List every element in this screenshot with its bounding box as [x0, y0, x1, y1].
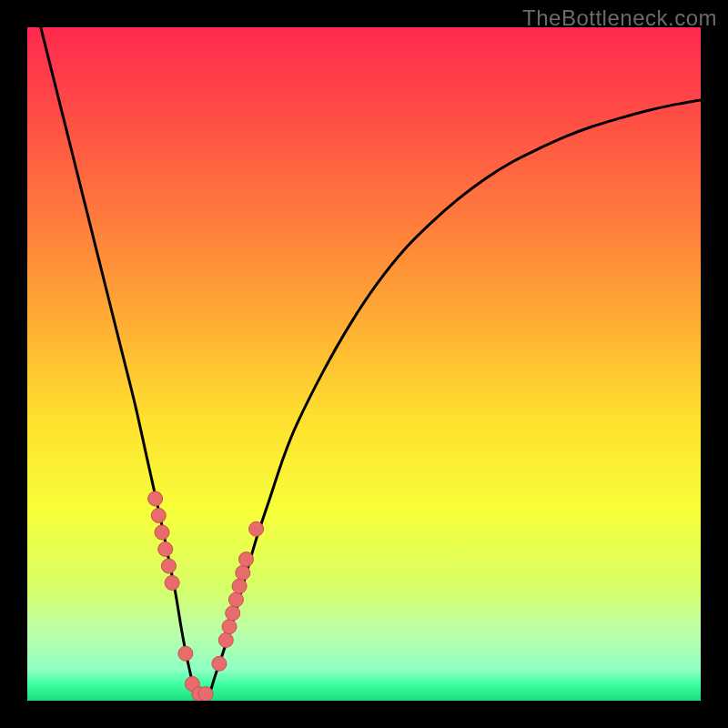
sample-dot: [236, 565, 250, 580]
sample-dot: [165, 576, 179, 591]
sample-dot: [212, 656, 227, 671]
plot-area: [27, 27, 701, 701]
sample-dots-group: [148, 491, 264, 701]
sample-dot: [151, 509, 166, 523]
sample-dot: [158, 542, 173, 557]
sample-dot: [249, 521, 264, 536]
sample-dot: [239, 552, 254, 567]
sample-dot: [222, 620, 237, 634]
sample-dot: [218, 632, 233, 647]
sample-dot: [155, 525, 169, 540]
chart-frame: TheBottleneck.com: [0, 0, 728, 728]
sample-dot: [178, 646, 193, 661]
curve-layer: [27, 27, 701, 701]
sample-dot: [228, 592, 243, 607]
sample-dot: [226, 606, 240, 621]
bottleneck-curve: [41, 27, 701, 701]
sample-dot: [161, 559, 176, 573]
sample-dot: [198, 687, 213, 701]
sample-dot: [148, 491, 163, 506]
sample-dot: [232, 579, 247, 593]
